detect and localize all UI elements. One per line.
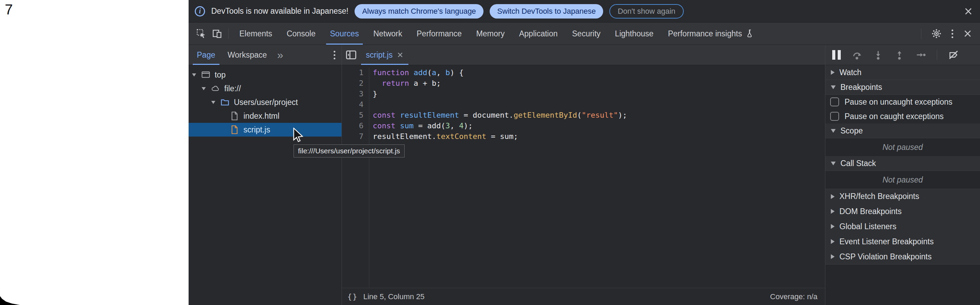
editor-tab-label: script.js xyxy=(366,50,393,60)
code-content: function add(a, b) { return a + b;}const… xyxy=(369,67,825,288)
tree-item-top[interactable]: top xyxy=(189,68,342,81)
section-header-event-listener-breakpoints[interactable]: Event Listener Breakpoints xyxy=(826,234,980,249)
empty-state: Not paused xyxy=(826,138,980,156)
navigator-tab-page[interactable]: Page xyxy=(191,45,221,65)
chevron-down-icon xyxy=(831,129,836,133)
line-number: 3 xyxy=(342,88,363,99)
tree-item-label: script.js xyxy=(243,125,270,134)
infobar-buttons: Always match Chrome's languageSwitch Dev… xyxy=(355,4,683,19)
line-number: 4 xyxy=(342,99,363,110)
close-devtools-button[interactable] xyxy=(963,29,972,38)
expand-arrow-icon xyxy=(211,101,219,104)
checkbox-icon[interactable] xyxy=(830,97,839,106)
section-header-breakpoints[interactable]: Breakpoints xyxy=(826,80,980,95)
editor-tab-script-js[interactable]: script.js xyxy=(360,45,409,65)
section-header-csp-violation-breakpoints[interactable]: CSP Violation Breakpoints xyxy=(826,249,980,264)
tab-memory[interactable]: Memory xyxy=(469,22,512,45)
more-options-button[interactable] xyxy=(951,29,953,38)
don-t-show-again-button[interactable]: Don't show again xyxy=(609,4,683,19)
file-path-tooltip: file:///Users/user/project/script.js xyxy=(294,144,405,158)
tab-console[interactable]: Console xyxy=(280,22,323,45)
section-label: DOM Breakpoints xyxy=(839,207,902,216)
checkbox-row-pause-on-uncaught-exceptions[interactable]: Pause on uncaught exceptions xyxy=(826,95,980,109)
navigator-more-options-button[interactable] xyxy=(334,51,336,59)
checkbox-row-pause-on-caught-exceptions[interactable]: Pause on caught exceptions xyxy=(826,109,980,123)
tab-elements[interactable]: Elements xyxy=(232,22,280,45)
infobar-close-button[interactable] xyxy=(964,6,973,16)
device-toolbar-button[interactable] xyxy=(209,22,225,45)
cloud-icon xyxy=(210,83,221,94)
panel-collapse-icon xyxy=(345,49,357,61)
line-number: 2 xyxy=(342,78,363,88)
checkbox-icon[interactable] xyxy=(830,112,839,121)
code-line: const sum = add(3, 4); xyxy=(373,120,825,131)
tree-item-file[interactable]: file:// xyxy=(189,81,342,95)
expand-arrow-icon xyxy=(192,73,200,77)
deactivate-breakpoints-button[interactable] xyxy=(948,50,959,61)
tab-network[interactable]: Network xyxy=(366,22,409,45)
pause-script-button[interactable] xyxy=(832,50,841,60)
tab-label: Performance xyxy=(417,29,462,38)
pretty-print-icon[interactable]: {} xyxy=(347,292,358,301)
chevron-right-icon xyxy=(831,254,835,259)
tree-item-index-html[interactable]: index.html xyxy=(189,109,342,123)
tab-label: Workspace xyxy=(228,50,267,60)
step-button[interactable] xyxy=(916,50,926,60)
tree-item-users-user-project[interactable]: Users/user/project xyxy=(189,95,342,109)
close-tab-icon[interactable] xyxy=(397,51,404,58)
section-label: CSP Violation Breakpoints xyxy=(839,252,932,262)
tab-application[interactable]: Application xyxy=(512,22,565,45)
section-header-watch[interactable]: Watch xyxy=(826,65,980,80)
infobar-message: DevTools is now available in Japanese! xyxy=(211,6,348,16)
tab-performance[interactable]: Performance xyxy=(409,22,469,45)
language-infobar: i DevTools is now available in Japanese!… xyxy=(189,0,980,22)
editor-status-bar: {} Line 5, Column 25 Coverage: n/a xyxy=(342,288,825,305)
file-js-icon xyxy=(229,125,240,135)
line-number: 1 xyxy=(342,67,363,78)
code-line: const resultElement = document.getElemen… xyxy=(373,110,825,120)
hide-navigator-button[interactable] xyxy=(345,49,357,61)
section-header-dom-breakpoints[interactable]: DOM Breakpoints xyxy=(826,204,980,219)
step-over-button[interactable] xyxy=(852,50,862,60)
section-header-scope[interactable]: Scope xyxy=(826,123,980,138)
tab-performance-insights[interactable]: Performance insights xyxy=(661,22,762,45)
tab-lighthouse[interactable]: Lighthouse xyxy=(608,22,661,45)
tab-security[interactable]: Security xyxy=(565,22,608,45)
navigator-tab-workspace[interactable]: Workspace xyxy=(221,45,273,65)
section-header-global-listeners[interactable]: Global Listeners xyxy=(826,219,980,234)
toolbar-divider xyxy=(921,29,921,39)
settings-button[interactable] xyxy=(931,28,942,39)
always-match-chrome-s-language-button[interactable]: Always match Chrome's language xyxy=(355,4,484,19)
tree-item-script-js[interactable]: script.js xyxy=(189,123,342,137)
close-icon xyxy=(963,29,972,38)
section-header-call-stack[interactable]: Call Stack xyxy=(826,156,980,171)
file-tree: topfile://Users/user/projectindex.htmlsc… xyxy=(189,65,342,305)
switch-devtools-to-japanese-button[interactable]: Switch DevTools to Japanese xyxy=(490,4,603,19)
code-line: } xyxy=(373,88,825,99)
line-number: 7 xyxy=(342,131,363,142)
info-icon: i xyxy=(195,6,205,16)
section-label: Watch xyxy=(839,68,861,77)
sidebar-filler xyxy=(826,264,980,305)
step-out-button[interactable] xyxy=(894,50,905,60)
chevron-right-icon xyxy=(831,70,835,75)
tab-label: Memory xyxy=(476,29,505,38)
tab-label: Page xyxy=(197,50,215,60)
tab-label: Application xyxy=(519,29,558,38)
step-into-button[interactable] xyxy=(873,50,883,60)
code-line xyxy=(373,99,825,110)
mouse-cursor xyxy=(292,128,304,142)
line-number: 5 xyxy=(342,110,363,120)
section-label: XHR/fetch Breakpoints xyxy=(839,192,919,201)
tab-sources[interactable]: Sources xyxy=(323,22,366,45)
inspect-element-button[interactable] xyxy=(193,22,209,45)
more-tabs-icon[interactable]: » xyxy=(273,49,287,61)
section-header-xhr-fetch-breakpoints[interactable]: XHR/fetch Breakpoints xyxy=(826,189,980,204)
empty-state-text: Not paused xyxy=(883,175,923,185)
page-frame-icon xyxy=(200,70,211,80)
code-editor[interactable]: 1234567 function add(a, b) { return a + … xyxy=(342,65,825,288)
tab-label: Console xyxy=(287,29,315,38)
tree-item-label: top xyxy=(215,70,226,80)
debugger-sections: WatchBreakpointsPause on uncaught except… xyxy=(826,65,980,305)
debugger-sidebar: WatchBreakpointsPause on uncaught except… xyxy=(825,45,980,305)
